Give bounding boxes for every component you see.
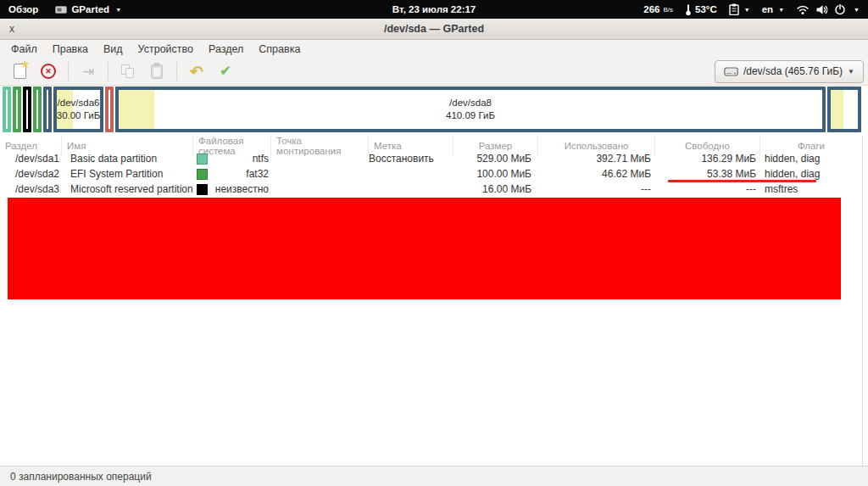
paste-icon xyxy=(151,64,163,79)
window-title: /dev/sda — GParted xyxy=(384,23,484,35)
partition-used: --- xyxy=(538,182,655,197)
partition-flags: hidden, diag xyxy=(760,151,862,166)
disk-segment[interactable] xyxy=(33,87,42,132)
keyboard-layout-label: en xyxy=(762,4,773,14)
red-underline-annotation xyxy=(668,180,816,182)
menu-item-3[interactable]: Вид xyxy=(96,43,131,55)
partition-name: Microsoft reserved partition xyxy=(62,182,193,197)
chevron-down-icon: ▼ xyxy=(778,7,784,13)
network-speed-indicator[interactable]: 266B/s xyxy=(643,4,673,14)
disk-segment[interactable] xyxy=(827,87,861,132)
filesystem-cell: fat32 xyxy=(193,166,271,182)
copy-button xyxy=(116,60,140,82)
gparted-app-icon xyxy=(55,5,67,14)
filesystem-cell: неизвестно xyxy=(193,182,271,197)
partition-used: 392.71 МиБ xyxy=(538,151,655,166)
filesystem-cell: ntfs xyxy=(193,151,271,166)
app-menu-label: GParted xyxy=(71,4,109,14)
undo-button[interactable]: ↶ xyxy=(185,60,209,82)
disk-visual-bar: /dev/sda630.00 ГиБ/dev/sda8410.09 ГиБ xyxy=(3,86,863,133)
new-partition-icon: ★ xyxy=(14,64,26,79)
toolbar-separator xyxy=(108,62,108,81)
menu-item-4[interactable]: Устройство xyxy=(131,43,201,55)
app-menu-button[interactable]: GParted ▼ xyxy=(55,4,121,14)
filesystem-type: неизвестно xyxy=(215,183,269,195)
wifi-icon xyxy=(796,4,810,15)
toolbar-buttons: ★✕⇥↶✔ xyxy=(5,60,240,82)
partition-size: 16.00 МиБ xyxy=(453,182,538,197)
thermometer-icon xyxy=(685,3,692,16)
window-titlebar: x /dev/sda — GParted xyxy=(0,19,868,40)
power-icon xyxy=(834,3,846,15)
partition-used: 46.62 МиБ xyxy=(538,166,655,182)
partition-size: 100.00 МиБ xyxy=(453,166,538,182)
partition-free: 136.29 МиБ xyxy=(655,151,760,166)
menu-item-2[interactable]: Правка xyxy=(45,43,96,55)
clock[interactable]: Вт, 23 июля 22:17 xyxy=(392,0,476,19)
activities-button[interactable]: Обзор xyxy=(8,4,38,14)
device-selector-label: /dev/sda (465.76 ГиБ) xyxy=(743,65,843,77)
table-header-row: РазделИмяФайловая системаТочка монтирова… xyxy=(0,136,862,151)
disk-segment[interactable] xyxy=(13,87,21,132)
partition-device-cell: /dev/sda2 xyxy=(0,166,62,182)
partition-name: Basic data partition xyxy=(62,151,193,166)
temperature-value: 53°C xyxy=(695,4,717,14)
partitions-table: РазделИмяФайловая системаТочка монтирова… xyxy=(0,136,863,466)
resize-move-icon: ⇥ xyxy=(82,64,94,79)
hard-drive-icon xyxy=(724,66,738,77)
device-selector[interactable]: /dev/sda (465.76 ГиБ) ▼ xyxy=(715,60,864,83)
undo-icon: ↶ xyxy=(190,64,203,80)
partition-device: /dev/sda2 xyxy=(15,168,59,180)
menu-item-6[interactable]: Справка xyxy=(251,43,308,55)
delete-partition-button[interactable]: ✕ xyxy=(36,60,60,82)
partition-device-cell: /dev/sda1 xyxy=(0,151,62,166)
temperature-indicator[interactable]: 53°C xyxy=(685,3,717,16)
clipboard-icon xyxy=(729,3,739,15)
disk-segment-sda6[interactable]: /dev/sda630.00 ГиБ xyxy=(53,87,103,132)
disk-segment-sda8[interactable]: /dev/sda8410.09 ГиБ xyxy=(115,87,826,132)
partition-label xyxy=(369,166,453,182)
toolbar: ★✕⇥↶✔ /dev/sda (465.76 ГиБ) ▼ xyxy=(0,58,868,86)
redaction-overlay xyxy=(8,198,841,299)
disk-segment[interactable] xyxy=(23,87,31,132)
apply-button[interactable]: ✔ xyxy=(214,60,237,82)
chevron-down-icon: ▼ xyxy=(854,7,860,13)
mount-point xyxy=(271,151,369,166)
disk-segment-label: /dev/sda8410.09 ГиБ xyxy=(119,90,822,129)
volume-icon xyxy=(815,4,828,15)
net-speed-unit: B/s xyxy=(664,6,674,14)
gnome-top-bar: Обзор GParted ▼ Вт, 23 июля 22:17 266B/s xyxy=(0,0,868,19)
menu-bar: ФайлПравкаВидУстройствоРазделСправка xyxy=(0,40,868,58)
net-speed-value: 266 xyxy=(643,4,659,14)
copy-icon xyxy=(121,64,135,79)
filesystem-color-swatch xyxy=(197,169,208,180)
partition-name: EFI System Partition xyxy=(62,166,193,182)
menu-item-1[interactable]: Файл xyxy=(3,43,45,55)
disk-segment[interactable] xyxy=(105,87,114,132)
status-bar: 0 запланированных операций xyxy=(0,466,868,486)
disk-segment[interactable] xyxy=(43,87,52,132)
table-row-sda3[interactable]: /dev/sda3!Microsoft reserved partitionне… xyxy=(0,182,862,197)
menu-item-5[interactable]: Раздел xyxy=(201,43,251,55)
desktop: Обзор GParted ▼ Вт, 23 июля 22:17 266B/s xyxy=(0,0,868,486)
table-body: /dev/sda1Basic data partitionntfsВосстан… xyxy=(0,151,862,197)
keyboard-layout-indicator[interactable]: en ▼ xyxy=(762,4,784,14)
mount-point xyxy=(271,182,369,197)
apply-icon: ✔ xyxy=(220,64,231,78)
disk-segment[interactable] xyxy=(3,87,11,132)
toolbar-separator xyxy=(68,62,69,81)
filesystem-color-swatch xyxy=(197,154,208,165)
table-row-sda1[interactable]: /dev/sda1Basic data partitionntfsВосстан… xyxy=(0,151,862,166)
clipboard-indicator[interactable]: ▼ xyxy=(729,3,750,15)
filesystem-type: fat32 xyxy=(246,168,269,180)
used-space-fill xyxy=(831,90,843,129)
chevron-down-icon: ▼ xyxy=(115,7,121,13)
partition-device: /dev/sda3 xyxy=(15,183,59,195)
mount-point xyxy=(271,166,369,182)
partition-size: 529.00 МиБ xyxy=(453,151,538,166)
partition-device: /dev/sda1 xyxy=(15,153,59,165)
system-menu[interactable]: ▼ xyxy=(796,3,860,15)
new-partition-button[interactable]: ★ xyxy=(8,60,31,82)
close-button[interactable]: x xyxy=(9,23,14,35)
partition-flags: msftres xyxy=(760,182,862,197)
